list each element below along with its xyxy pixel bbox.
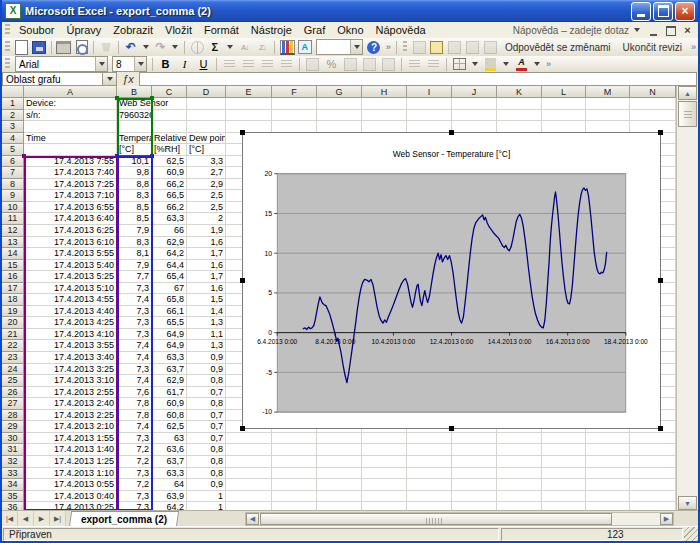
increase-indent-button[interactable] <box>425 57 442 72</box>
cell-J1[interactable] <box>452 98 497 110</box>
chart-handle-bottom-center[interactable] <box>449 426 454 431</box>
cell-B11[interactable]: 8,5 <box>117 213 152 225</box>
cell-K36[interactable] <box>497 502 542 510</box>
last-sheet-button[interactable]: ▶| <box>50 511 66 527</box>
row-header-23[interactable]: 23 <box>2 352 24 364</box>
cell-D9[interactable]: 2,5 <box>187 190 226 202</box>
fill-color-dropdown-icon[interactable] <box>503 62 509 66</box>
row-header-34[interactable]: 34 <box>2 479 24 491</box>
cell-B15[interactable]: 7,9 <box>117 260 152 272</box>
size-dropdown[interactable] <box>134 57 146 71</box>
cell-B36[interactable]: 7,3 <box>117 502 152 510</box>
cell-H34[interactable] <box>362 479 407 491</box>
vertical-scrollbar[interactable]: ▲ ▼ <box>676 86 698 510</box>
cell-K31[interactable] <box>497 444 542 456</box>
cell-H1[interactable] <box>362 98 407 110</box>
maximize-button[interactable] <box>653 2 673 21</box>
reply-with-changes-button[interactable]: Odpovědět se změnami <box>499 42 617 53</box>
cell-A13[interactable]: 17.4.2013 6:10 <box>24 237 117 249</box>
cell-M36[interactable] <box>586 502 630 510</box>
sort-descending-button[interactable]: Z↓ <box>255 40 271 55</box>
menu-format[interactable]: Formát <box>198 23 245 37</box>
workbook-close-button[interactable]: × <box>681 24 694 36</box>
cell-F35[interactable] <box>272 491 317 503</box>
cell-C8[interactable]: 66,2 <box>152 179 187 191</box>
cell-M31[interactable] <box>586 444 630 456</box>
cell-C12[interactable]: 66 <box>152 225 187 237</box>
fill-color-button[interactable] <box>482 57 499 72</box>
range-fill-handle[interactable] <box>115 96 119 100</box>
cell-E1[interactable] <box>226 98 272 110</box>
cell-D17[interactable]: 1,6 <box>187 283 226 295</box>
cell-N36[interactable] <box>630 502 676 510</box>
cell-D21[interactable]: 1,1 <box>187 329 226 341</box>
cell-M35[interactable] <box>586 491 630 503</box>
font-size-combo[interactable]: 8 <box>112 56 147 72</box>
chart-handle-top-right[interactable] <box>658 130 663 135</box>
cell-J36[interactable] <box>452 502 497 510</box>
cell-G1[interactable] <box>317 98 362 110</box>
cell-A33[interactable]: 17.4.2013 1:10 <box>24 468 117 480</box>
cell-F34[interactable] <box>272 479 317 491</box>
cell-C15[interactable]: 64,4 <box>152 260 187 272</box>
cell-C24[interactable]: 63,7 <box>152 364 187 376</box>
cell-D4[interactable]: Dew point <box>187 133 226 145</box>
column-header-C[interactable]: C <box>152 86 187 98</box>
cell-C28[interactable]: 60,8 <box>152 410 187 422</box>
cell-B1[interactable]: Web Sensor <box>117 98 152 110</box>
cell-M32[interactable] <box>586 456 630 468</box>
cell-F30[interactable] <box>272 433 317 445</box>
decrease-decimal-button[interactable] <box>380 57 397 72</box>
cell-C16[interactable]: 65,4 <box>152 271 187 283</box>
cell-F2[interactable] <box>272 110 317 122</box>
range-fill-handle[interactable] <box>115 154 119 158</box>
cell-L30[interactable] <box>542 433 586 445</box>
font-color-dropdown-icon[interactable] <box>534 62 540 66</box>
cell-B25[interactable]: 7,4 <box>117 375 152 387</box>
cell-B30[interactable]: 7,3 <box>117 433 152 445</box>
cell-C22[interactable]: 64,9 <box>152 340 187 352</box>
column-header-N[interactable]: N <box>630 86 676 98</box>
cell-F36[interactable] <box>272 502 317 510</box>
cell-D24[interactable]: 0,9 <box>187 364 226 376</box>
cell-C23[interactable]: 63,3 <box>152 352 187 364</box>
cell-B20[interactable]: 7,3 <box>117 317 152 329</box>
cell-A2[interactable]: s/n: <box>24 110 117 122</box>
cell-G33[interactable] <box>317 468 362 480</box>
cell-M3[interactable] <box>586 121 630 133</box>
cell-M30[interactable] <box>586 433 630 445</box>
cell-M2[interactable] <box>586 110 630 122</box>
cell-N35[interactable] <box>630 491 676 503</box>
name-box[interactable]: Oblast grafu <box>2 72 103 86</box>
row-header-15[interactable]: 15 <box>2 260 24 272</box>
cell-D7[interactable]: 2,7 <box>187 167 226 179</box>
column-header-D[interactable]: D <box>187 86 226 98</box>
row-header-11[interactable]: 11 <box>2 213 24 225</box>
cell-N30[interactable] <box>630 433 676 445</box>
cell-D27[interactable]: 0,8 <box>187 398 226 410</box>
cell-D26[interactable]: 0,7 <box>187 387 226 399</box>
cell-G30[interactable] <box>317 433 362 445</box>
cell-D19[interactable]: 1,4 <box>187 306 226 318</box>
chart-wizard-button[interactable] <box>279 40 295 55</box>
cell-C17[interactable]: 67 <box>152 283 187 295</box>
cell-K3[interactable] <box>497 121 542 133</box>
cell-E34[interactable] <box>226 479 272 491</box>
vertical-scroll-thumb[interactable] <box>678 101 697 127</box>
cell-A15[interactable]: 17.4.2013 5:40 <box>24 260 117 272</box>
cell-H2[interactable] <box>362 110 407 122</box>
cell-B7[interactable]: 9,8 <box>117 167 152 179</box>
cell-I36[interactable] <box>407 502 452 510</box>
cell-C35[interactable]: 63,9 <box>152 491 187 503</box>
close-button[interactable]: × <box>675 2 695 21</box>
cell-L1[interactable] <box>542 98 586 110</box>
cell-J3[interactable] <box>452 121 497 133</box>
cell-A34[interactable]: 17.4.2013 0:55 <box>24 479 117 491</box>
cell-A27[interactable]: 17.4.2013 2:40 <box>24 398 117 410</box>
cell-B29[interactable]: 7,4 <box>117 421 152 433</box>
workbook-restore-button[interactable] <box>664 24 677 36</box>
merge-center-button[interactable] <box>278 57 295 72</box>
row-header-26[interactable]: 26 <box>2 387 24 399</box>
row-header-19[interactable]: 19 <box>2 306 24 318</box>
cell-A29[interactable]: 17.4.2013 2:10 <box>24 421 117 433</box>
